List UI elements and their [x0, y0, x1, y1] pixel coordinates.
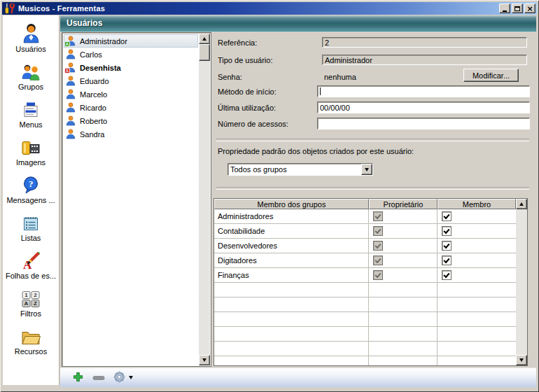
- window-title: Musicos - Ferramentas: [18, 4, 105, 13]
- metodo-inicio-input[interactable]: [317, 85, 530, 97]
- sidebar-item-grupos[interactable]: Grupos: [3, 57, 59, 95]
- proprietario-cell: [369, 268, 438, 282]
- user-list-item-eduardo[interactable]: Eduardo: [64, 74, 198, 88]
- membro-checkbox-checked[interactable]: [442, 226, 451, 236]
- person-icon: [66, 115, 76, 126]
- person-icon: [66, 102, 76, 113]
- triangle-up-icon: [519, 202, 524, 206]
- table-row-finan-as: Finanças: [214, 268, 516, 283]
- membro-checkbox-checked[interactable]: [442, 270, 451, 280]
- group-name-cell: Digitadores: [214, 253, 369, 267]
- proprietario-cell: [369, 312, 438, 326]
- membro-checkbox-checked[interactable]: [442, 211, 451, 221]
- close-button[interactable]: ×: [524, 4, 536, 13]
- sidebar-item-menus[interactable]: Menus: [3, 95, 59, 133]
- remove-button[interactable]: [92, 370, 106, 386]
- membro-cell: [438, 327, 516, 341]
- tools-icon: [4, 3, 15, 14]
- table-row-empty: [214, 342, 516, 356]
- membro-cell: [438, 312, 516, 326]
- scroll-thumb[interactable]: [199, 44, 210, 61]
- membro-cell: [438, 356, 516, 366]
- sidebar-item-label: Folhas de es...: [6, 272, 56, 280]
- column-header-membro[interactable]: Membro: [438, 199, 516, 209]
- divider: [216, 139, 529, 141]
- person-icon: [66, 49, 76, 59]
- user-name: Roberto: [80, 117, 107, 125]
- sidebar-item-label: Recursos: [15, 347, 47, 356]
- sidebar-item-label: Usuários: [15, 45, 46, 53]
- user-list-scrollbar[interactable]: [199, 34, 210, 365]
- scroll-up-button[interactable]: [516, 199, 527, 209]
- question-bubble-icon: ?: [22, 173, 40, 195]
- user-icon: [22, 22, 41, 43]
- maximize-button[interactable]: [512, 4, 523, 13]
- proprietario-cell: [369, 224, 438, 238]
- membro-cell: [438, 298, 516, 312]
- sidebar-item-filtros[interactable]: 12AZFiltros: [3, 284, 59, 322]
- sidebar-item-label: Grupos: [18, 83, 43, 91]
- tipo-usuario-field: Administrador: [322, 55, 527, 65]
- sidebar-item-label: Filtros: [20, 309, 41, 318]
- user-name: Administrador: [80, 37, 127, 46]
- field-label-ultima-utilizacao: Última utilização:: [218, 104, 276, 112]
- minimize-icon: [503, 10, 507, 12]
- minimize-button[interactable]: [499, 4, 510, 13]
- bottom-toolbar: [60, 368, 536, 387]
- membro-cell: [438, 239, 516, 253]
- table-row-administradores: Administradores: [214, 209, 516, 224]
- user-list-item-desenhista[interactable]: SDesenhista: [64, 61, 198, 74]
- user-list-item-roberto[interactable]: Roberto: [64, 114, 198, 127]
- user-list-item-carlos[interactable]: Carlos: [64, 48, 198, 61]
- folder-icon: [21, 324, 41, 346]
- proprietario-checkbox-checked-disabled: [373, 211, 383, 221]
- group-name-cell: Desenvolvedores: [214, 239, 369, 253]
- user-name: Ricardo: [80, 104, 106, 112]
- user-list-item-marcelo[interactable]: Marcelo: [64, 88, 198, 101]
- section-header: Usuários: [60, 15, 536, 31]
- sidebar-item-listas[interactable]: Listas: [3, 209, 59, 246]
- membro-checkbox-checked[interactable]: [442, 241, 451, 251]
- user-name: Desenhista: [80, 64, 121, 72]
- proprietario-cell: [369, 342, 438, 356]
- table-scrollbar[interactable]: [516, 199, 527, 365]
- referencia-field: 2: [322, 37, 527, 48]
- user-name: Marcelo: [80, 90, 107, 99]
- default-property-select[interactable]: Todos os grupos: [227, 163, 373, 176]
- main-area: Usuários AAdministradorCarlosSDesenhista…: [60, 15, 536, 387]
- user-list-item-ricardo[interactable]: Ricardo: [64, 101, 198, 114]
- sidebar-item-usu-rios[interactable]: Usuários: [3, 20, 59, 57]
- user-name: Eduardo: [80, 77, 109, 85]
- triangle-down-icon: [202, 358, 206, 362]
- proprietario-checkbox-checked-disabled: [373, 270, 383, 280]
- sidebar-item-recursos[interactable]: Recursos: [3, 322, 59, 360]
- ultima-utilizacao-input[interactable]: [317, 102, 530, 113]
- group-name-cell: Contabilidade: [214, 224, 369, 238]
- sidebar-item-mensagens[interactable]: ?Mensagens ...: [3, 171, 59, 209]
- dropdown-arrow-icon: [129, 376, 133, 379]
- sidebar-item-imagens[interactable]: Imagens: [3, 133, 59, 171]
- user-list-item-sandra[interactable]: Sandra: [64, 127, 198, 141]
- numero-acessos-input[interactable]: [317, 118, 530, 130]
- table-row-empty: [214, 312, 516, 327]
- person-icon: [66, 89, 76, 99]
- membro-checkbox-checked[interactable]: [442, 255, 451, 265]
- user-list: AAdministradorCarlosSDesenhistaEduardoMa…: [64, 34, 198, 365]
- table-row-empty: [214, 327, 516, 342]
- column-header-membro-dos-grupos[interactable]: Membro dos grupos: [214, 199, 369, 209]
- user-list-item-administrador[interactable]: AAdministrador: [64, 34, 198, 48]
- add-button[interactable]: [71, 370, 85, 386]
- default-property-label: Propriedade padrão dos objetos criados p…: [218, 147, 414, 155]
- scroll-down-button[interactable]: [199, 355, 210, 365]
- groups-table-body: AdministradoresContabilidadeDesenvolvedo…: [214, 209, 527, 366]
- combo-dropdown-button[interactable]: [361, 164, 372, 175]
- group-name-cell: [214, 312, 369, 326]
- scroll-up-button[interactable]: [199, 34, 210, 44]
- scroll-down-button[interactable]: [516, 355, 527, 365]
- sidebar-item-folhas-de-es[interactable]: AFolhas de es...: [3, 246, 59, 284]
- keyboard-keys-icon: 12AZ: [22, 286, 40, 308]
- column-header-proprietario[interactable]: Proprietário: [369, 199, 438, 209]
- options-button[interactable]: [113, 370, 133, 386]
- proprietario-checkbox-checked-disabled: [373, 226, 383, 236]
- modificar-button[interactable]: Modificar...: [463, 69, 519, 82]
